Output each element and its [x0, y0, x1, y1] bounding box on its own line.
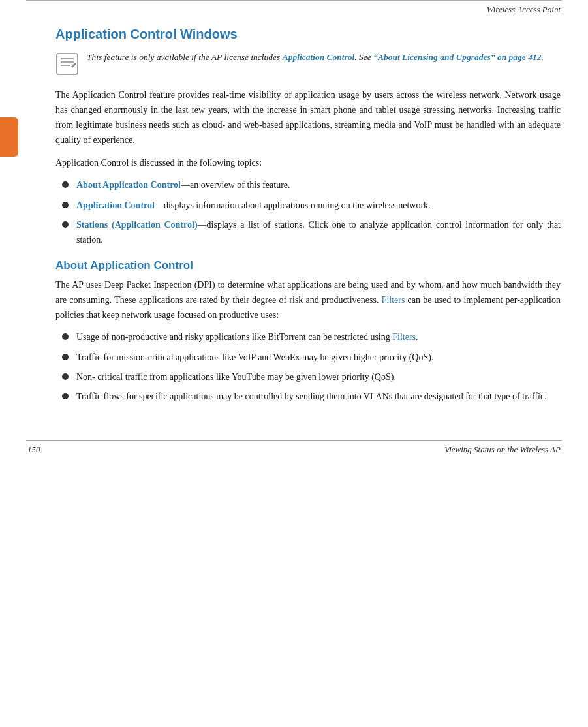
- note-text-part2: . See: [354, 52, 373, 62]
- note-link2[interactable]: “About Licensing and Upgrades” on page 4…: [373, 52, 541, 62]
- topic-link-3[interactable]: Stations (Application Control): [76, 220, 198, 230]
- footer-section-title: Viewing Status on the Wireless AP: [444, 444, 561, 455]
- svg-line-5: [70, 67, 71, 68]
- topic-rest-1: —an overview of this feature.: [181, 180, 290, 190]
- bullet-dot: [62, 393, 69, 399]
- page-header: Wireless Access Point: [0, 1, 588, 19]
- list-item: Traffic flows for specific applications …: [62, 390, 561, 404]
- about-bullet-1-end: .: [416, 332, 418, 342]
- bullet-dot: [62, 202, 69, 208]
- note-pencil-icon: [55, 52, 79, 76]
- intro-paragraph: The Application Control feature provides…: [55, 87, 561, 147]
- topic-item-2-text: Application Control—displays information…: [76, 198, 561, 213]
- list-item: Usage of non-productive and risky applic…: [62, 330, 561, 345]
- bullet-dot: [62, 181, 69, 188]
- list-item: Stations (Application Control)—displays …: [62, 218, 561, 247]
- bullet-dot: [62, 354, 69, 360]
- topic-item-3-text: Stations (Application Control)—displays …: [76, 218, 561, 247]
- page-container: Wireless Access Point Application Contro…: [0, 0, 588, 727]
- about-bullets-list: Usage of non-productive and risky applic…: [62, 330, 561, 405]
- about-bullet-4: Traffic flows for specific applications …: [76, 390, 561, 404]
- topics-list: About Application Control—an overview of…: [62, 178, 561, 247]
- list-item: About Application Control—an overview of…: [62, 178, 561, 193]
- content-area: Application Control Windows This feature…: [0, 19, 588, 427]
- about-bullet-1-start: Usage of non-productive and risky applic…: [76, 332, 392, 342]
- note-text-part1: This feature is only available if the AP…: [87, 52, 283, 62]
- footer-page-number: 150: [27, 444, 40, 455]
- note-text: This feature is only available if the AP…: [87, 51, 544, 65]
- list-item: Application Control—displays information…: [62, 198, 561, 213]
- topic-item-1-text: About Application Control—an overview of…: [76, 178, 561, 193]
- about-bullet-2: Traffic for mission-critical application…: [76, 350, 561, 365]
- about-para1: The AP uses Deep Packet Inspection (DPI)…: [55, 277, 561, 322]
- about-section-title: About Application Control: [55, 259, 561, 272]
- list-item: Traffic for mission-critical application…: [62, 350, 561, 365]
- list-item: Non- critical traffic from applications …: [62, 370, 561, 384]
- about-bullet-1: Usage of non-productive and risky applic…: [76, 330, 561, 345]
- topic-link-1[interactable]: About Application Control: [76, 180, 181, 190]
- svg-marker-4: [71, 63, 76, 68]
- bullet-dot: [62, 373, 69, 380]
- topic-rest-2: —displays information about applications…: [155, 200, 431, 210]
- note-text-part3: .: [542, 52, 544, 62]
- about-bullet-3: Non- critical traffic from applications …: [76, 370, 561, 384]
- note-link1[interactable]: Application Control: [283, 52, 355, 62]
- header-title: Wireless Access Point: [487, 5, 561, 14]
- filters-link-2[interactable]: Filters: [392, 332, 416, 342]
- bullet-dot: [62, 221, 69, 228]
- note-box: This feature is only available if the AP…: [55, 51, 561, 76]
- topics-intro: Application Control is discussed in the …: [55, 155, 561, 170]
- filters-link-1[interactable]: Filters: [382, 295, 405, 305]
- page-footer: 150 Viewing Status on the Wireless AP: [0, 441, 588, 459]
- topic-link-2[interactable]: Application Control: [76, 200, 155, 210]
- main-section-title: Application Control Windows: [55, 27, 561, 42]
- bullet-dot: [62, 333, 69, 340]
